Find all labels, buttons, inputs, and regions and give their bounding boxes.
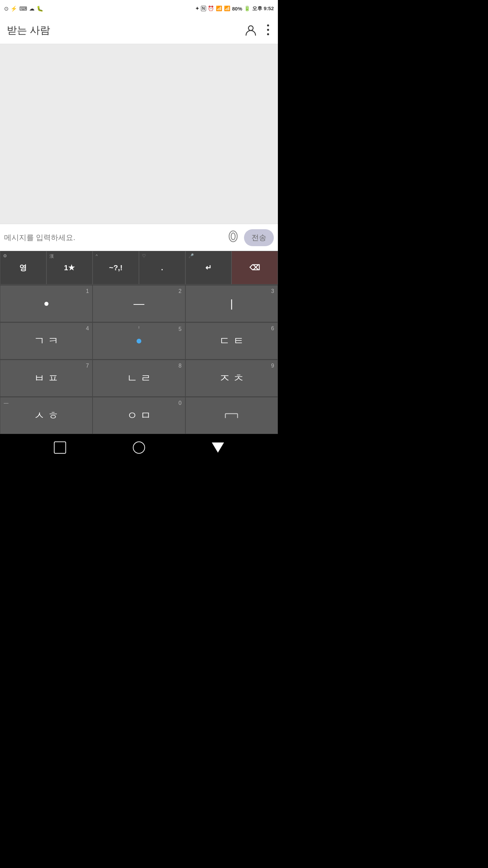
key-enter[interactable]: 🎤 ↵	[185, 251, 232, 284]
keyboard-row-3: 7 ㅂ ㅍ 8 ㄴ ㄹ 9 ㅈ ㅊ	[0, 359, 278, 397]
key-backspace[interactable]: ⌫	[231, 251, 278, 284]
key-special[interactable]: ^ ~?,!	[93, 251, 139, 284]
recents-icon	[54, 441, 66, 454]
more-button[interactable]	[265, 22, 271, 38]
key-backspace-label: ⌫	[249, 263, 260, 272]
icon-bug: 🐛	[37, 5, 43, 12]
key-lang[interactable]: ⚙ 영	[0, 251, 46, 284]
input-bar: 전송	[0, 224, 278, 251]
time: 오후 9:52	[252, 5, 274, 12]
back-button[interactable]	[212, 442, 224, 453]
keyboard-row-1: 1 2 — 3 |	[0, 285, 278, 322]
header-actions	[243, 22, 271, 38]
keyboard-row-4: — ㅅ ㅎ 0 ㅇ ㅁ	[0, 397, 278, 434]
svg-point-1	[267, 24, 269, 26]
key-num-sym[interactable]: 漢 1★	[46, 251, 93, 284]
send-button[interactable]: 전송	[244, 229, 274, 246]
key-9[interactable]: 9 ㅈ ㅊ	[185, 360, 278, 397]
key-mic-icon: 🎤	[188, 253, 194, 258]
signal-icon: 📶	[224, 5, 230, 12]
home-button[interactable]	[133, 441, 145, 454]
svg-point-0	[248, 26, 253, 31]
nav-bar	[0, 434, 278, 461]
svg-point-3	[267, 33, 269, 35]
status-left-icons: ⊙ ⚡ ⌨ ☁ 🐛	[4, 5, 43, 12]
battery-icon: 🔋	[244, 5, 250, 12]
key-special-sup: ^	[96, 253, 98, 258]
key-7[interactable]: 7 ㅂ ㅍ	[0, 360, 93, 397]
key-5[interactable]: 5 ı	[93, 322, 185, 359]
svg-point-2	[267, 29, 269, 31]
key-8[interactable]: 8 ㄴ ㄹ	[93, 360, 185, 397]
keyboard-top-row: ⚙ 영 漢 1★ ^ ~?,! ♡ . 🎤 ↵ ⌫	[0, 251, 278, 285]
key-2[interactable]: 2 —	[93, 285, 185, 322]
battery-text: 80%	[232, 6, 242, 12]
home-icon	[133, 441, 145, 454]
key-period-label: .	[161, 263, 163, 272]
wifi-icon: 📶	[216, 5, 222, 12]
key-space[interactable]	[185, 397, 278, 434]
back-icon	[212, 442, 224, 453]
key-3[interactable]: 3 |	[185, 285, 278, 322]
key-period-sup: ♡	[142, 253, 146, 258]
key-lang-label: 영	[19, 263, 27, 273]
page-title: 받는 사람	[7, 23, 50, 37]
contact-button[interactable]	[243, 22, 258, 38]
app-header: 받는 사람	[0, 17, 278, 44]
message-area	[0, 44, 278, 224]
alarm-icon: ⏰	[208, 5, 214, 12]
svg-point-5	[231, 233, 235, 240]
key-4[interactable]: 4 ㄱ ㅋ	[0, 322, 93, 359]
icon-u: ⊙	[4, 5, 8, 12]
status-bar: ⊙ ⚡ ⌨ ☁ 🐛 ✦ N ⏰ 📶 📶 80% 🔋 오후 9:52	[0, 0, 278, 17]
keyboard: ⚙ 영 漢 1★ ^ ~?,! ♡ . 🎤 ↵ ⌫ 1 2	[0, 251, 278, 434]
status-right-info: ✦ N ⏰ 📶 📶 80% 🔋 오후 9:52	[195, 5, 274, 12]
key-lang-sup: ⚙	[3, 253, 7, 258]
icon-keyboard: ⌨	[19, 5, 27, 12]
message-input[interactable]	[4, 231, 222, 244]
key-1[interactable]: 1	[0, 285, 93, 322]
key-period[interactable]: ♡ .	[139, 251, 185, 284]
nfc-icon: N	[201, 6, 206, 11]
icon-cloud: ☁	[29, 5, 35, 12]
recents-button[interactable]	[54, 441, 66, 454]
key-num-label: 1★	[64, 263, 75, 272]
bt-icon: ✦	[195, 6, 199, 11]
icon-usb: ⚡	[11, 5, 17, 12]
key-enter-label: ↵	[205, 263, 211, 272]
key-6[interactable]: 6 ㄷ ㅌ	[185, 322, 278, 359]
key-siot[interactable]: — ㅅ ㅎ	[0, 397, 93, 434]
key-0[interactable]: 0 ㅇ ㅁ	[93, 397, 185, 434]
key-num-sup: 漢	[49, 253, 54, 259]
attach-button[interactable]	[226, 229, 241, 246]
key-special-label: ~?,!	[109, 263, 123, 272]
keyboard-row-2: 4 ㄱ ㅋ 5 ı 6 ㄷ ㅌ	[0, 322, 278, 359]
